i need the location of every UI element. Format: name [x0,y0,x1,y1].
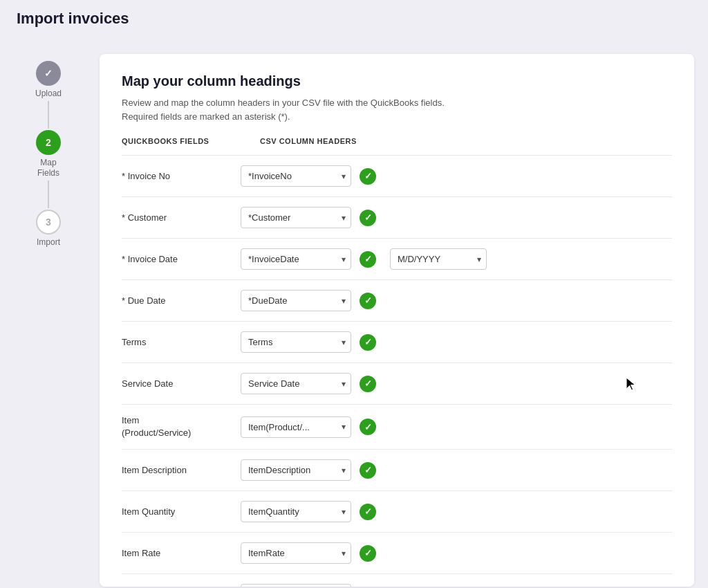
select-item-desc[interactable]: ItemDescription [241,459,351,481]
select-wrapper-terms: Terms ▾ [241,331,351,353]
field-label-terms: Terms [122,337,232,347]
field-row-item-qty: Item Quantity ItemQuantity ▾ ✓ [122,491,672,533]
field-rows: * Invoice No *InvoiceNo ▾ ✓ * Customer *… [122,155,672,587]
check-icon-item-desc: ✓ [360,462,376,479]
step-import: 3 Import [36,210,61,248]
field-label-item-product: Item(Product/Service) [122,414,232,439]
check-icon-due-date: ✓ [360,293,376,309]
check-icon-terms: ✓ [360,334,376,351]
select-terms[interactable]: Terms [241,331,351,353]
field-row-item-rate: Item Rate ItemRate ▾ ✓ [122,533,672,574]
field-label-item-qty: Item Quantity [122,506,232,517]
step-connector-2 [48,181,49,208]
select-due-date[interactable]: *DueDate [241,290,351,311]
check-icon-invoice-no: ✓ [360,168,376,185]
field-row-invoice-date: * Invoice Date *InvoiceDate ▾ ✓ M/D/YYYY… [122,239,672,280]
check-icon-item-qty: ✓ [360,504,376,520]
card-title: Map your column headings [122,73,672,89]
select-wrapper-due-date: *DueDate ▾ [241,290,351,311]
select-wrapper-item-product: Item(Product/... ▾ [241,416,351,438]
field-label-service-date: Service Date [122,378,232,389]
column-headers: QUICKBOOKS FIELDS CSV COLUMN HEADERS [122,137,672,151]
cursor-icon [625,376,637,392]
field-label-item-desc: Item Description [122,465,232,475]
select-item-amount[interactable]: Item... [241,584,351,587]
step-upload-circle: ✓ [36,61,61,86]
select-item-qty[interactable]: ItemQuantity [241,501,351,522]
page-header: Import invoices [0,0,708,37]
select-invoice-no[interactable]: *InvoiceNo [241,165,351,187]
select-customer[interactable]: *Customer [241,207,351,228]
page-title: Import invoices [17,10,691,28]
step-import-label: Import [37,237,60,248]
field-row-item-product: Item(Product/Service) Item(Product/... ▾… [122,405,672,450]
select-wrapper-item-qty: ItemQuantity ▾ [241,501,351,522]
step-upload: ✓ Upload [35,61,62,100]
select-item-rate[interactable]: ItemRate [241,542,351,564]
card-description: Review and map the column headers in you… [122,96,672,123]
step-upload-label: Upload [35,89,62,100]
check-icon-customer: ✓ [360,210,376,226]
field-label-customer: * Customer [122,212,232,223]
field-label-invoice-date: * Invoice Date [122,254,232,264]
field-row-terms: Terms Terms ▾ ✓ [122,322,672,363]
select-date-format[interactable]: M/D/YYYY D/M/YYYY YYYY/M/D [390,248,487,270]
select-wrapper-item-amount: Item... ▾ [241,584,351,587]
select-invoice-date[interactable]: *InvoiceDate [241,248,351,270]
step-import-circle: 3 [36,210,61,235]
field-row-customer: * Customer *Customer ▾ ✓ [122,197,672,239]
check-icon-item-product: ✓ [360,419,376,435]
field-label-due-date: * Due Date [122,295,232,306]
map-fields-card: Map your column headings Review and map … [100,54,694,587]
field-row-item-desc: Item Description ItemDescription ▾ ✓ [122,450,672,491]
select-item-product[interactable]: Item(Product/... [241,416,351,438]
step-map-circle: 2 [36,130,61,155]
field-label-item-rate: Item Rate [122,548,232,558]
check-icon-item-rate: ✓ [360,545,376,562]
select-wrapper-customer: *Customer ▾ [241,207,351,228]
date-format-wrapper: M/D/YYYY D/M/YYYY YYYY/M/D ▾ [384,248,487,270]
stepper: ✓ Upload 2 MapFields 3 Import [14,54,83,587]
col2-header: CSV COLUMN HEADERS [260,137,398,145]
select-wrapper-item-rate: ItemRate ▾ [241,542,351,564]
select-service-date[interactable]: Service Date [241,373,351,394]
field-label-invoice-no: * Invoice No [122,171,232,181]
check-icon-invoice-date: ✓ [360,251,376,268]
select-wrapper-invoice-no: *InvoiceNo ▾ [241,165,351,187]
step-map-label: MapFields [37,158,59,179]
select-wrapper-invoice-date: *InvoiceDate ▾ [241,248,351,270]
step-connector-1 [48,101,49,129]
field-row-due-date: * Due Date *DueDate ▾ ✓ [122,280,672,322]
col1-header: QUICKBOOKS FIELDS [122,137,260,145]
field-row-item-amount: Item Amount Item... ▾ ✓ [122,574,672,587]
step-map: 2 MapFields [36,130,61,179]
field-row-service-date: Service Date Service Date ▾ ✓ [122,363,672,405]
select-wrapper-service-date: Service Date ▾ [241,373,351,394]
check-icon-service-date: ✓ [360,376,376,392]
select-wrapper-item-desc: ItemDescription ▾ [241,459,351,481]
field-row-invoice-no: * Invoice No *InvoiceNo ▾ ✓ [122,156,672,197]
